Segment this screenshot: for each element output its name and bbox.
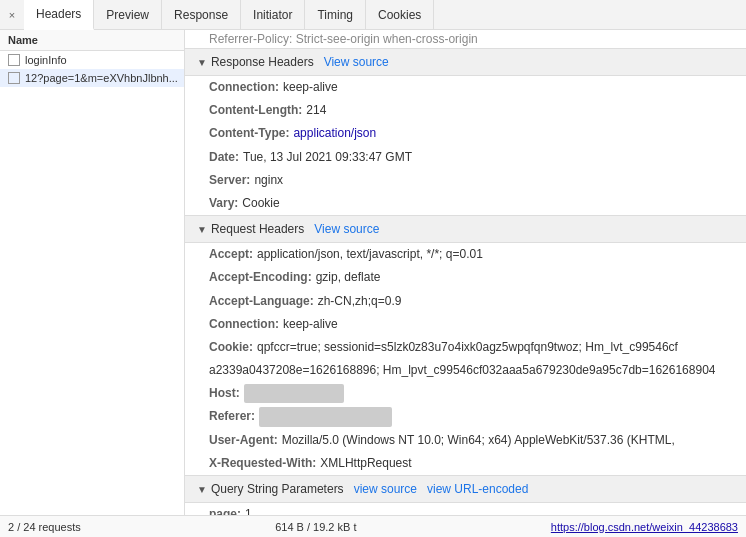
- request-header-cookie-cont: a2339a0437208e=1626168896; Hm_lpvt_c9954…: [185, 359, 746, 382]
- header-value: Tue, 13 Jul 2021 09:33:47 GMT: [243, 148, 412, 167]
- header-name: Content-Type:: [209, 124, 289, 143]
- query-view-encoded[interactable]: view URL-encoded: [427, 482, 528, 496]
- tab-headers[interactable]: Headers: [24, 0, 94, 30]
- param-value: 1: [245, 505, 252, 515]
- header-value: nginx: [254, 171, 283, 190]
- header-name: User-Agent:: [209, 431, 278, 450]
- checkbox-12page[interactable]: [8, 72, 20, 84]
- header-name: Cookie:: [209, 338, 253, 357]
- request-header-host: Host:: [185, 382, 746, 405]
- request-headers-label: Request Headers: [211, 222, 304, 236]
- header-value: Mozilla/5.0 (Windows NT 10.0; Win64; x64…: [282, 431, 675, 450]
- request-header-referer: Referer:: [185, 405, 746, 428]
- header-name: Vary:: [209, 194, 238, 213]
- tab-preview[interactable]: Preview: [94, 0, 162, 30]
- request-headers-view-source[interactable]: View source: [314, 222, 379, 236]
- header-value: XMLHttpRequest: [320, 454, 411, 473]
- response-header-content-type: Content-Type: application/json: [185, 122, 746, 145]
- response-header-date: Date: Tue, 13 Jul 2021 09:33:47 GMT: [185, 146, 746, 169]
- response-header-content-length: Content-Length: 214: [185, 99, 746, 122]
- header-value: application/json, text/javascript, */*; …: [257, 245, 483, 264]
- referer-blurred-value: [259, 407, 392, 426]
- request-header-accept-language: Accept-Language: zh-CN,zh;q=0.9: [185, 290, 746, 313]
- request-header-accept-encoding: Accept-Encoding: gzip, deflate: [185, 266, 746, 289]
- header-value: 214: [306, 101, 326, 120]
- request-header-accept: Accept: application/json, text/javascrip…: [185, 243, 746, 266]
- requests-count: 2 / 24 requests: [8, 521, 81, 533]
- tab-initiator[interactable]: Initiator: [241, 0, 305, 30]
- file-item-label: loginInfo: [25, 54, 67, 66]
- checkbox-logininfo[interactable]: [8, 54, 20, 66]
- header-name: Accept-Encoding:: [209, 268, 312, 287]
- header-name: Accept:: [209, 245, 253, 264]
- header-value: Cookie: [242, 194, 279, 213]
- header-value-continued: a2339a0437208e=1626168896; Hm_lpvt_c9954…: [209, 361, 715, 380]
- query-param-page: page: 1: [185, 503, 746, 515]
- header-name: Connection:: [209, 315, 279, 334]
- tab-response[interactable]: Response: [162, 0, 241, 30]
- request-header-xrequested: X-Requested-With: XMLHttpRequest: [185, 452, 746, 475]
- detail-panel: Referrer-Policy: Strict-see-origin when-…: [185, 30, 746, 515]
- header-name: Server:: [209, 171, 250, 190]
- tab-bar: × Headers Preview Response Initiator Tim…: [0, 0, 746, 30]
- request-headers-section: ▼ Request Headers View source: [185, 215, 746, 243]
- status-link[interactable]: https://blog.csdn.net/weixin_44238683: [551, 521, 738, 533]
- host-blurred-value: [244, 384, 344, 403]
- param-name: page:: [209, 505, 241, 515]
- header-value: qpfccr=true; sessionid=s5lzk0z83u7o4ixk0…: [257, 338, 678, 357]
- tab-close-icon[interactable]: ×: [4, 7, 20, 23]
- response-headers-section: ▼ Response Headers View source: [185, 48, 746, 76]
- header-name: Date:: [209, 148, 239, 167]
- query-view-source[interactable]: view source: [354, 482, 417, 496]
- file-item-label-2: 12?page=1&m=eXVhbnJlbnh...: [25, 72, 178, 84]
- main-container: Name loginInfo 12?page=1&m=eXVhbnJlbnh..…: [0, 30, 746, 515]
- triangle-icon-3: ▼: [197, 484, 207, 495]
- response-headers-label: Response Headers: [211, 55, 314, 69]
- header-name: Host:: [209, 384, 240, 403]
- response-headers-view-source[interactable]: View source: [324, 55, 389, 69]
- file-item-logininfo[interactable]: loginInfo: [0, 51, 184, 69]
- file-item-12page[interactable]: 12?page=1&m=eXVhbnJlbnh...: [0, 69, 184, 87]
- header-value: gzip, deflate: [316, 268, 381, 287]
- query-params-label: Query String Parameters: [211, 482, 344, 496]
- header-name: Referer:: [209, 407, 255, 426]
- header-value: application/json: [293, 124, 376, 143]
- request-header-cookie: Cookie: qpfccr=true; sessionid=s5lzk0z83…: [185, 336, 746, 359]
- request-header-connection: Connection: keep-alive: [185, 313, 746, 336]
- header-name: Connection:: [209, 78, 279, 97]
- query-params-section: ▼ Query String Parameters view source vi…: [185, 475, 746, 503]
- header-name: X-Requested-With:: [209, 454, 316, 473]
- response-header-server: Server: nginx: [185, 169, 746, 192]
- header-name: Content-Length:: [209, 101, 302, 120]
- header-value: keep-alive: [283, 315, 338, 334]
- file-panel: Name loginInfo 12?page=1&m=eXVhbnJlbnh..…: [0, 30, 185, 515]
- triangle-icon: ▼: [197, 57, 207, 68]
- header-value: zh-CN,zh;q=0.9: [318, 292, 402, 311]
- response-header-vary: Vary: Cookie: [185, 192, 746, 215]
- header-name: Accept-Language:: [209, 292, 314, 311]
- status-bar: 2 / 24 requests 614 B / 19.2 kB t https:…: [0, 515, 746, 537]
- file-panel-header: Name: [0, 30, 184, 51]
- header-value: keep-alive: [283, 78, 338, 97]
- tab-timing[interactable]: Timing: [305, 0, 366, 30]
- transfer-size: 614 B / 19.2 kB t: [275, 521, 356, 533]
- tab-cookies[interactable]: Cookies: [366, 0, 434, 30]
- request-header-user-agent: User-Agent: Mozilla/5.0 (Windows NT 10.0…: [185, 429, 746, 452]
- response-header-connection: Connection: keep-alive: [185, 76, 746, 99]
- triangle-icon-2: ▼: [197, 224, 207, 235]
- referrer-partial-row: Referrer-Policy: Strict-see-origin when-…: [185, 30, 746, 48]
